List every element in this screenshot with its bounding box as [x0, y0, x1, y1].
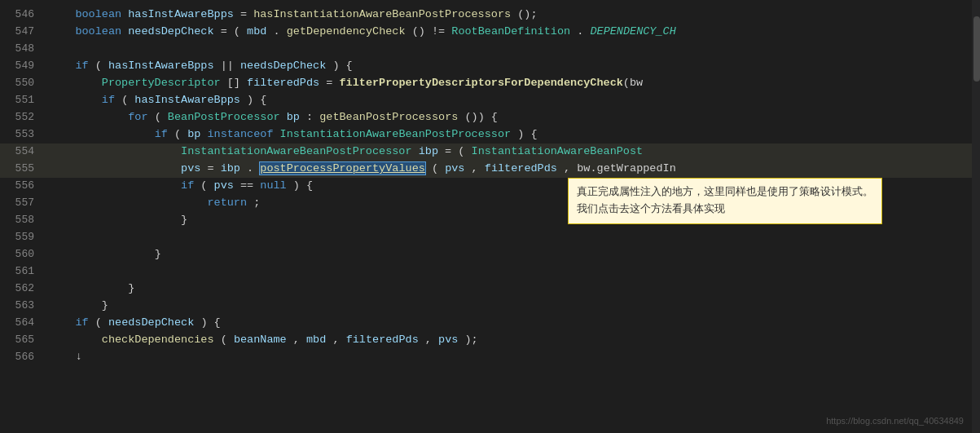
tooltip-line1: 真正完成属性注入的地方，这里同样也是使用了策略设计模式。	[577, 183, 873, 201]
function-call: getBeanPostProcessors	[319, 111, 458, 123]
variable: hasInstAwareBpps	[128, 8, 234, 20]
variable: pvs	[445, 162, 464, 175]
line-number: 553	[0, 126, 42, 143]
line-number: 565	[0, 332, 42, 348]
code-line-563: 563 }	[0, 298, 980, 315]
code-line-565: 565 checkDependencies ( beanName , mbd ,…	[0, 332, 980, 349]
code-line-562: 562 }	[0, 281, 980, 298]
variable: pvs	[438, 334, 458, 346]
function-call: filterPropertyDescriptorsForDependencyCh…	[340, 77, 623, 89]
code-line-547: 547 boolean needsDepCheck = ( mbd . getD…	[0, 24, 980, 41]
code-line-546: 546 boolean hasInstAwareBpps = hasInstan…	[0, 7, 980, 24]
keyword: if	[181, 179, 194, 192]
keyword: boolean	[75, 25, 121, 38]
line-number: 559	[0, 229, 42, 245]
variable: hasInstAwareBpps	[134, 94, 240, 106]
editor-area: 546 boolean hasInstAwareBpps = hasInstan…	[0, 0, 980, 433]
line-number: 556	[0, 178, 42, 194]
code-line-550: 550 PropertyDescriptor [] filteredPds = …	[0, 75, 980, 92]
line-number: 552	[0, 109, 42, 126]
line-number: 563	[0, 298, 42, 314]
code-line-548: 548	[0, 41, 980, 58]
variable: mbd	[247, 25, 266, 38]
variable: needsDepCheck	[128, 25, 213, 38]
variable: beanName	[234, 334, 287, 346]
keyword: null	[260, 179, 286, 192]
line-number: 547	[0, 24, 42, 40]
line-number: 555	[0, 161, 42, 177]
keyword: if	[155, 128, 168, 140]
variable: pvs	[181, 162, 200, 175]
type-name: RootBeanDefinition	[451, 25, 570, 38]
scrollbar-thumb[interactable]	[973, 16, 980, 82]
selected-method: postProcessPropertyValues	[260, 162, 425, 175]
line-number: 564	[0, 315, 42, 331]
type-name: InstantiationAwareBeanPostProcessor	[280, 128, 512, 140]
tooltip-line2: 我们点击去这个方法看具体实现	[577, 201, 873, 218]
code-line-551: 551 if ( hasInstAwareBpps ) {	[0, 92, 980, 109]
code-line-559: 559	[0, 229, 980, 246]
line-number: 558	[0, 212, 42, 228]
keyword: return	[207, 197, 247, 209]
line-number: 562	[0, 281, 42, 297]
variable: filteredPds	[485, 162, 557, 175]
code-line-554: 554 InstantiationAwareBeanPostProcessor …	[0, 144, 980, 161]
type-name: InstantiationAwareBeanPost	[472, 145, 644, 157]
code-line-553: 553 if ( bp instanceof InstantiationAwar…	[0, 126, 980, 144]
variable: needsDepCheck	[240, 60, 326, 72]
variable: mbd	[306, 334, 326, 346]
code-content: boolean needsDepCheck = ( mbd . getDepen…	[49, 24, 676, 41]
code-line-555: 555 pvs = ibp . postProcessPropertyValue…	[0, 161, 980, 178]
code-line-566: 566 ↓	[0, 349, 980, 366]
code-line-549: 549 if ( hasInstAwareBpps || needsDepChe…	[0, 58, 980, 75]
line-number: 561	[0, 263, 42, 280]
constant: DEPENDENCY_CH	[590, 25, 675, 38]
line-number: 566	[0, 349, 42, 365]
scrollbar-right[interactable]	[972, 0, 980, 433]
line-number: 549	[0, 58, 42, 74]
code-line-552: 552 for ( BeanPostProcessor bp : getBean…	[0, 109, 980, 126]
variable: pvs	[214, 179, 234, 192]
code-line-560: 560 }	[0, 246, 980, 263]
variable: filteredPds	[346, 334, 419, 346]
variable: needsDepCheck	[108, 316, 194, 329]
keyword: for	[128, 111, 147, 123]
keyword: instanceof	[207, 128, 273, 140]
type-name: BeanPostProcessor	[168, 111, 280, 123]
function-call: getDependencyCheck	[287, 25, 406, 38]
function-call: hasInstantiationAwareBeanPostProcessors	[253, 8, 511, 20]
line-number: 551	[0, 92, 42, 108]
variable: filteredPds	[247, 77, 319, 89]
type-name: InstantiationAwareBeanPostProcessor	[181, 145, 412, 157]
variable: ibp	[419, 145, 438, 157]
variable: ibp	[221, 162, 240, 175]
type-name: PropertyDescriptor	[102, 77, 221, 89]
code-line-564: 564 if ( needsDepCheck ) {	[0, 315, 980, 332]
keyword: if	[102, 94, 115, 106]
watermark: https://blog.csdn.net/qq_40634849	[826, 414, 964, 428]
line-number: 557	[0, 195, 42, 211]
code-line-561: 561	[0, 263, 980, 281]
keyword: if	[75, 60, 88, 72]
code-content: boolean hasInstAwareBpps = hasInstantiat…	[49, 7, 538, 24]
line-number: 548	[0, 41, 42, 57]
variable: bp	[287, 111, 300, 123]
line-number: 554	[0, 144, 42, 160]
function-call: checkDependencies	[102, 334, 214, 346]
line-number: 560	[0, 246, 42, 263]
keyword: boolean	[75, 8, 121, 20]
variable: bp	[187, 128, 200, 140]
line-number: 550	[0, 75, 42, 91]
variable: hasInstAwareBpps	[108, 60, 214, 72]
tooltip-box: 真正完成属性注入的地方，这里同样也是使用了策略设计模式。 我们点击去这个方法看具…	[568, 178, 882, 224]
keyword: if	[75, 316, 88, 329]
line-number: 546	[0, 7, 42, 23]
